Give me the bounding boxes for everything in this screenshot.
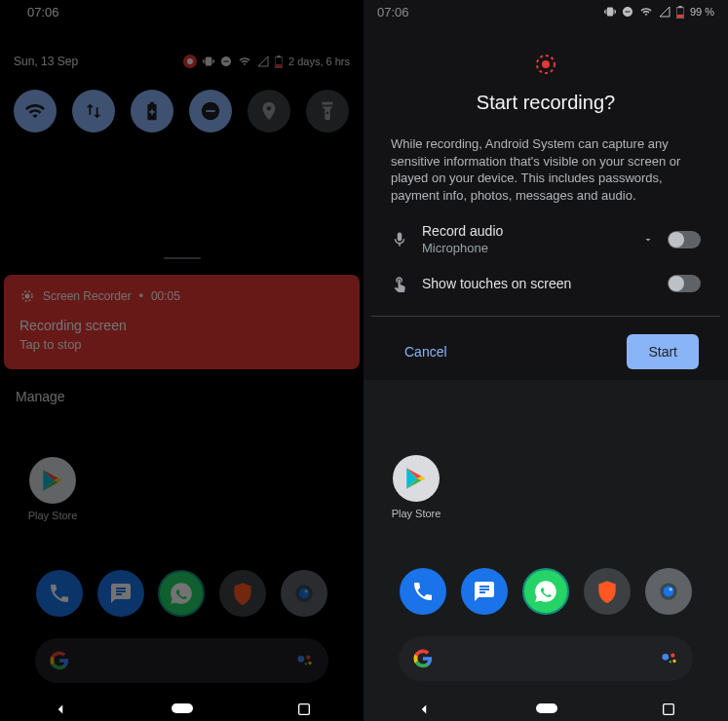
wifi-tile[interactable] [14, 90, 57, 133]
play-store-icon [393, 455, 440, 502]
clock: 07:06 [377, 5, 409, 19]
show-touches-label: Show touches on screen [422, 276, 654, 291]
battery-icon [676, 6, 684, 19]
svg-point-6 [25, 294, 30, 299]
show-touches-switch[interactable] [668, 275, 701, 292]
recents-button[interactable] [296, 702, 312, 717]
notification-subtitle: Tap to stop [19, 337, 344, 352]
messages-app[interactable] [97, 570, 144, 617]
mobile-data-tile[interactable] [72, 90, 115, 133]
battery-icon [275, 56, 283, 68]
notification-app-name: Screen Recorder [43, 289, 132, 303]
phone-app[interactable] [400, 568, 446, 615]
status-icons: 2 days, 6 hrs [183, 55, 350, 68]
panel-drag-handle[interactable] [164, 257, 201, 259]
audio-source-label: Microphone [422, 241, 629, 255]
start-button[interactable]: Start [627, 334, 699, 369]
google-search-bar[interactable] [399, 636, 693, 681]
flashlight-icon [317, 100, 338, 122]
brave-app[interactable] [219, 570, 266, 617]
back-button[interactable] [52, 701, 69, 718]
dnd-tile[interactable] [189, 90, 232, 133]
svg-point-25 [671, 654, 674, 658]
messages-icon [109, 582, 133, 605]
location-pin-icon [258, 100, 280, 122]
battery-saver-tile[interactable] [131, 90, 173, 133]
play-store-label: Play Store [28, 510, 78, 521]
record-indicator-icon [183, 55, 197, 68]
whatsapp-app[interactable] [522, 568, 569, 615]
show-touches-row[interactable]: Show touches on screen [391, 275, 701, 292]
svg-point-24 [663, 654, 670, 661]
touch-icon [391, 275, 408, 292]
assistant-icon [660, 649, 679, 668]
brave-app[interactable] [584, 568, 631, 615]
google-g-icon [412, 648, 434, 669]
recording-notification[interactable]: Screen Recorder • 00:05 Recording screen… [4, 275, 360, 369]
signal-icon [257, 56, 269, 67]
wifi-icon [238, 56, 251, 67]
svg-point-27 [670, 661, 672, 664]
dialog-body: While recording, Android System can capt… [391, 135, 701, 204]
manage-button[interactable]: Manage [0, 373, 364, 414]
flashlight-tile[interactable] [306, 90, 349, 133]
brave-icon [594, 579, 620, 604]
play-store-label: Play Store [392, 508, 441, 519]
record-big-icon [391, 53, 701, 76]
record-audio-row[interactable]: Record audio Microphone [391, 223, 701, 255]
record-audio-switch[interactable] [668, 231, 701, 248]
start-recording-dialog: Start recording? While recording, Androi… [371, 35, 720, 383]
svg-rect-15 [299, 704, 310, 715]
dnd-circle-icon [200, 100, 221, 122]
mic-icon [391, 231, 408, 248]
google-g-icon [49, 650, 70, 671]
left-screenshot: 07:06 Sun, 13 Sep 2 days, 6 hrs [0, 0, 364, 721]
whatsapp-app[interactable] [158, 570, 205, 617]
status-bar: 07:06 99 % [364, 0, 728, 23]
svg-point-26 [672, 660, 675, 663]
back-button[interactable] [415, 701, 433, 718]
status-icons: 99 % [604, 6, 714, 19]
messages-app[interactable] [461, 568, 508, 615]
dock [18, 560, 346, 617]
home-button[interactable] [536, 703, 557, 715]
location-tile[interactable] [248, 90, 290, 133]
dot-separator: • [139, 289, 143, 303]
dialog-title: Start recording? [391, 92, 701, 114]
svg-point-23 [669, 588, 671, 590]
camera-icon [291, 581, 317, 606]
phone-app[interactable] [36, 570, 83, 617]
svg-rect-4 [276, 63, 282, 66]
vibrate-icon [604, 6, 616, 18]
assistant-icon [295, 651, 315, 670]
whatsapp-icon [533, 579, 558, 604]
notification-header: Screen Recorder • 00:05 [19, 288, 344, 304]
dialog-divider [371, 316, 720, 317]
quick-settings-panel: 07:06 Sun, 13 Sep 2 days, 6 hrs [0, 0, 364, 271]
notification-time: 00:05 [151, 289, 180, 303]
status-bar: 07:06 [14, 0, 350, 23]
play-store-icon [29, 457, 76, 504]
svg-point-22 [663, 587, 673, 597]
battery-estimate: 2 days, 6 hrs [288, 56, 350, 67]
home-button[interactable] [172, 703, 193, 715]
google-search-bar[interactable] [35, 638, 328, 683]
phone-icon [48, 582, 71, 605]
dropdown-arrow-icon[interactable] [642, 234, 654, 246]
svg-point-8 [298, 588, 309, 599]
play-store-app[interactable]: Play Store [381, 455, 451, 519]
svg-rect-3 [277, 56, 280, 57]
play-store-app[interactable]: Play Store [18, 457, 88, 521]
data-arrows-icon [83, 100, 104, 122]
record-audio-label: Record audio [422, 223, 629, 239]
svg-rect-29 [664, 704, 674, 715]
recents-button[interactable] [661, 702, 676, 717]
camera-app[interactable] [281, 570, 327, 617]
whatsapp-icon [169, 581, 194, 606]
camera-app[interactable] [645, 568, 692, 615]
notification-title: Recording screen [19, 318, 344, 333]
cancel-button[interactable]: Cancel [393, 336, 459, 367]
nav-bar [0, 698, 364, 721]
svg-point-10 [298, 656, 305, 663]
date-label: Sun, 13 Sep [14, 55, 78, 68]
